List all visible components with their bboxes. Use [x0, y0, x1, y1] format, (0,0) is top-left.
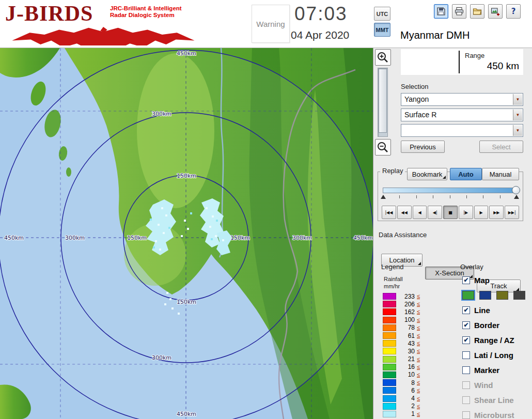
checkbox[interactable]: ✔ — [462, 321, 470, 329]
legend-color-swatch — [383, 364, 396, 370]
zoom-in-button[interactable] — [375, 49, 391, 66]
timeline-ticks — [383, 195, 517, 198]
legend-color-swatch — [383, 301, 396, 307]
overlay-item-range-az[interactable]: ✔Range / AZ — [462, 333, 531, 348]
overlay-label: Lati / Long — [474, 351, 513, 360]
lte-symbol: ≤ — [417, 293, 420, 299]
map-style-swatch[interactable] — [513, 291, 525, 300]
print-button[interactable] — [452, 4, 466, 19]
export-image-button[interactable] — [488, 4, 503, 19]
stop-button[interactable]: ■ — [443, 206, 458, 219]
play-button[interactable]: ▶ — [474, 206, 489, 219]
overlay-item-microburst[interactable]: Microburst — [462, 408, 531, 419]
skip-end-button[interactable]: ▶▶| — [505, 206, 519, 219]
legend-entry: 6≤ — [383, 386, 445, 394]
legend-entry: 30≤ — [383, 347, 445, 355]
radar-map[interactable]: 450km300km150km450km300km150km150km300km… — [0, 48, 373, 419]
site-dropdown-value: Yangon — [404, 95, 429, 103]
legend-value: 6 — [398, 387, 415, 394]
legend-value: 100 — [398, 316, 415, 323]
overlay-item-wind[interactable]: Wind — [462, 378, 531, 393]
legend-color-swatch — [383, 411, 396, 417]
zoom-slider-handle[interactable] — [379, 69, 387, 133]
range-value: 450 km — [487, 60, 519, 72]
overlay-item-line[interactable]: ✔Line — [462, 303, 531, 318]
overlay-item-shear-line[interactable]: Shear Line — [462, 393, 531, 408]
open-file-button[interactable] — [470, 4, 484, 19]
lte-symbol: ≤ — [417, 325, 420, 331]
zoom-slider-track[interactable] — [378, 68, 388, 137]
overlay-item-border[interactable]: ✔Border — [462, 318, 531, 333]
step-back-button[interactable]: ◀ — [413, 206, 427, 219]
overlay-item-marker[interactable]: Marker — [462, 363, 531, 378]
ring-label: 150km — [177, 173, 196, 179]
checkbox[interactable] — [462, 411, 470, 419]
site-dropdown[interactable]: Yangon ▼ — [401, 93, 523, 106]
legend-title: Legend — [381, 263, 403, 271]
ring-label: 150km — [230, 235, 250, 241]
checkbox[interactable] — [462, 396, 470, 404]
lte-symbol: ≤ — [417, 372, 420, 378]
checkbox[interactable]: ✔ — [462, 336, 470, 344]
zoom-out-button[interactable] — [375, 139, 391, 156]
bookmark-button[interactable]: Bookmark — [407, 168, 447, 180]
legend-entry: 100≤ — [383, 316, 445, 324]
legend-value: 162 — [398, 308, 415, 316]
replay-timeline-slider[interactable] — [383, 188, 517, 193]
rewind-button[interactable]: ◀◀ — [397, 206, 412, 219]
ring-label: 300km — [292, 235, 312, 241]
legend-entry: 43≤ — [383, 339, 445, 347]
select-button[interactable]: Select — [479, 141, 523, 153]
overlay-label: Marker — [474, 366, 499, 375]
fast-forward-button[interactable]: ▶▶ — [489, 206, 504, 219]
prev-frame-button[interactable]: ◀| — [428, 206, 442, 219]
folder-icon — [472, 6, 482, 17]
map-style-swatch[interactable] — [462, 291, 474, 300]
map-style-swatch[interactable] — [496, 291, 508, 300]
utc-button[interactable]: UTC — [374, 7, 390, 21]
map-style-swatch[interactable] — [479, 291, 491, 300]
save-button[interactable] — [434, 4, 448, 19]
legend-scale: 233≤206≤162≤100≤78≤61≤43≤30≤21≤16≤10≤8≤6… — [383, 292, 445, 418]
overlay-item-map[interactable]: ✔Map — [462, 273, 531, 287]
checkbox[interactable] — [462, 381, 470, 389]
playback-controls: |◀◀◀◀◀◀|■|▶▶▶▶▶▶| — [382, 206, 519, 219]
overlay-item-lati-long[interactable]: Lati / Long — [462, 348, 531, 363]
control-panel: Range 450 km Selection Yangon ▼ Surface … — [373, 48, 532, 419]
timeline-handle[interactable] — [512, 186, 520, 194]
option-dropdown[interactable]: ▼ — [401, 124, 523, 137]
checkbox[interactable]: ✔ — [462, 276, 470, 284]
legend-value: 16 — [398, 363, 415, 370]
chevron-down-icon[interactable]: ▼ — [513, 125, 522, 136]
mmt-button[interactable]: MMT — [374, 23, 390, 37]
checkbox[interactable]: ✔ — [462, 306, 470, 314]
lte-symbol: ≤ — [417, 317, 420, 323]
legend-value: 78 — [398, 324, 415, 331]
floppy-disk-icon — [436, 6, 446, 17]
auto-button[interactable]: Auto — [450, 168, 482, 180]
checkbox[interactable] — [462, 366, 470, 374]
next-frame-button[interactable]: |▶ — [459, 206, 473, 219]
chevron-down-icon[interactable]: ▼ — [513, 94, 522, 105]
manual-button[interactable]: Manual — [482, 168, 519, 180]
help-button[interactable]: ? — [506, 4, 521, 19]
ring-label: 300km — [65, 235, 85, 241]
legend-entry: 10≤ — [383, 371, 445, 379]
legend-value: 43 — [398, 340, 415, 347]
legend-color-swatch — [383, 379, 396, 386]
previous-button[interactable]: Previous — [401, 141, 445, 153]
legend-value: 1 — [398, 410, 415, 417]
skip-start-button[interactable]: |◀◀ — [382, 206, 396, 219]
chevron-down-icon[interactable]: ▼ — [513, 110, 522, 120]
jbirds-logo: J-BIRDS JRC-Brilliant & Intelligent Rada… — [5, 1, 212, 46]
overlay-label: Border — [474, 321, 499, 330]
product-dropdown[interactable]: Surface R ▼ — [401, 108, 523, 121]
lte-symbol: ≤ — [417, 396, 420, 401]
checkbox[interactable] — [462, 351, 470, 359]
legend-value: 61 — [398, 332, 415, 339]
lte-symbol: ≤ — [417, 333, 420, 338]
legend-color-swatch — [383, 356, 396, 363]
warning-button[interactable]: Warning — [252, 5, 290, 43]
legend-value: 10 — [398, 371, 415, 378]
header-bar: J-BIRDS JRC-Brilliant & Intelligent Rada… — [0, 0, 532, 48]
